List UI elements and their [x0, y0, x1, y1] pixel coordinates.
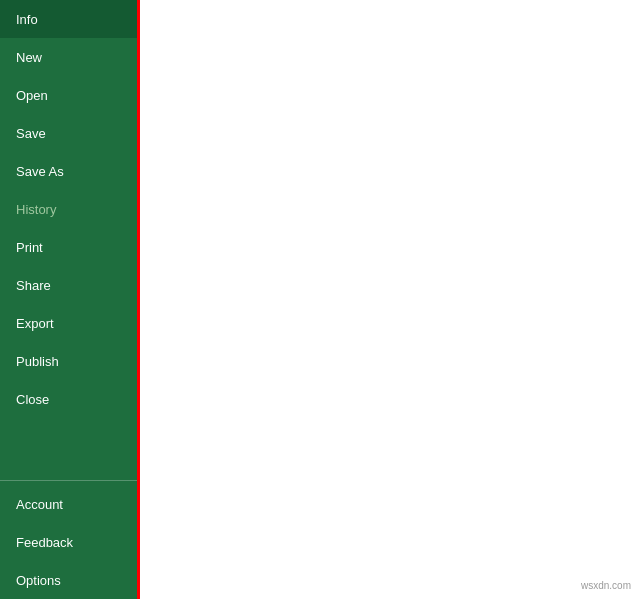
- sidebar-item-info-label: Info: [16, 12, 38, 27]
- sidebar-item-share-label: Share: [16, 278, 51, 293]
- sidebar-item-publish-label: Publish: [16, 354, 59, 369]
- watermark: wsxdn.com: [581, 580, 631, 591]
- sidebar-item-history: History: [0, 190, 137, 228]
- sidebar-item-account[interactable]: Account: [0, 485, 137, 523]
- sidebar-item-export[interactable]: Export: [0, 304, 137, 342]
- sidebar-item-new[interactable]: New: [0, 38, 137, 76]
- main-content: wsxdn.com: [137, 0, 639, 599]
- sidebar-item-account-label: Account: [16, 497, 63, 512]
- sidebar-item-print-label: Print: [16, 240, 43, 255]
- sidebar-divider: [0, 480, 137, 481]
- sidebar-item-new-label: New: [16, 50, 42, 65]
- sidebar-item-feedback[interactable]: Feedback: [0, 523, 137, 561]
- sidebar-item-close-label: Close: [16, 392, 49, 407]
- sidebar-item-history-label: History: [16, 202, 56, 217]
- sidebar: Info New Open Save Save As History Print…: [0, 0, 137, 599]
- sidebar-item-options[interactable]: Options: [0, 561, 137, 599]
- sidebar-item-export-label: Export: [16, 316, 54, 331]
- sidebar-spacer: [0, 418, 137, 476]
- sidebar-item-publish[interactable]: Publish: [0, 342, 137, 380]
- sidebar-item-open-label: Open: [16, 88, 48, 103]
- sidebar-item-options-label: Options: [16, 573, 61, 588]
- sidebar-item-close[interactable]: Close: [0, 380, 137, 418]
- sidebar-item-feedback-label: Feedback: [16, 535, 73, 550]
- sidebar-item-save-label: Save: [16, 126, 46, 141]
- sidebar-item-info[interactable]: Info: [0, 0, 137, 38]
- sidebar-item-save[interactable]: Save: [0, 114, 137, 152]
- sidebar-item-print[interactable]: Print: [0, 228, 137, 266]
- sidebar-item-save-as-label: Save As: [16, 164, 64, 179]
- sidebar-item-open[interactable]: Open: [0, 76, 137, 114]
- sidebar-item-save-as[interactable]: Save As: [0, 152, 137, 190]
- sidebar-item-share[interactable]: Share: [0, 266, 137, 304]
